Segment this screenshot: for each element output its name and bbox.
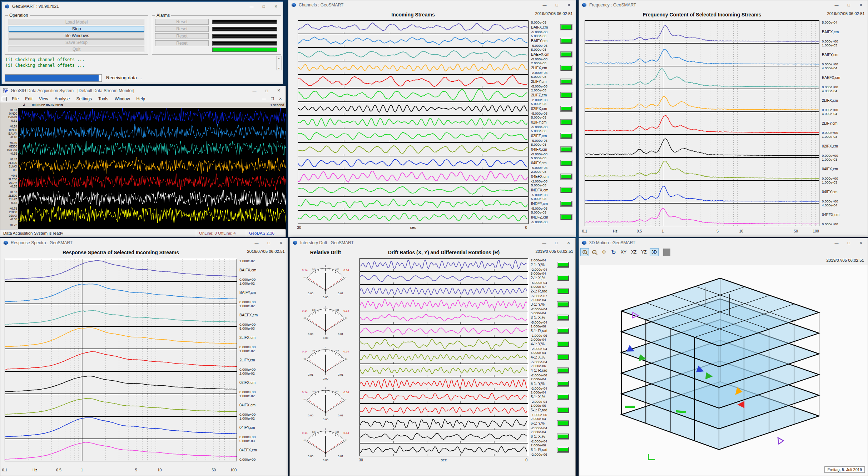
minimize-icon[interactable]: — (830, 239, 843, 247)
minimize-icon[interactable]: — (539, 1, 551, 9)
close-icon[interactable]: ✕ (563, 1, 575, 9)
maximize-icon[interactable]: □ (261, 87, 273, 94)
channel-status-led[interactable] (561, 215, 572, 220)
operation-group-label: Operation (8, 13, 30, 18)
minimize-icon[interactable]: — (245, 2, 258, 11)
operation-button-load-model[interactable]: Load Model (9, 19, 144, 25)
channel-status-led[interactable] (557, 302, 569, 307)
close-icon[interactable]: ✕ (275, 239, 287, 247)
alarm-reset-button[interactable]: Reset (155, 33, 209, 39)
scroll-up-icon[interactable]: ▲ (278, 57, 280, 59)
log-scrollbar[interactable]: ▲ ▼ (276, 56, 282, 70)
operation-button-stop[interactable]: Stop (9, 26, 144, 32)
response-x-axis: 0.1Hz0.5151050100 (5, 468, 237, 473)
channel-status-led[interactable] (561, 25, 572, 30)
channel-status-led[interactable] (557, 421, 569, 426)
trace-plot (298, 75, 529, 88)
close-icon[interactable]: ✕ (273, 87, 285, 94)
menu-item-file[interactable]: File (9, 96, 21, 102)
channel-status-led[interactable] (557, 394, 569, 400)
trace-labels: 5.000e-043-1: X,%-5.000e-04 (528, 311, 556, 324)
channel-status-led[interactable] (561, 160, 572, 166)
pan-hand-icon[interactable]: ✥ (600, 248, 608, 256)
channel-status-led[interactable] (557, 381, 569, 386)
menu-item-analyse[interactable]: Analyse (52, 96, 73, 102)
menu-item-window[interactable]: Window (112, 96, 133, 102)
view-yz-button[interactable]: YZ (639, 248, 648, 256)
channel-status-led[interactable] (557, 355, 569, 360)
menu-item-tools[interactable]: Tools (95, 96, 111, 102)
zoom-in-icon[interactable]: + (580, 248, 589, 256)
channel-status-led[interactable] (557, 289, 569, 294)
menu-item-settings[interactable]: Settings (74, 96, 95, 102)
child-min-icon[interactable]: — (260, 97, 268, 101)
channel-status-led[interactable] (561, 65, 572, 71)
child-restore-icon[interactable]: ❐ (269, 97, 276, 101)
maximize-icon[interactable]: □ (258, 2, 270, 11)
menu-item-help[interactable]: Help (134, 96, 148, 102)
child-close-icon[interactable]: ✕ (277, 97, 284, 101)
close-icon[interactable]: ✕ (270, 2, 282, 11)
channel-status-led[interactable] (557, 368, 569, 373)
view-3d-button[interactable]: 3D (650, 248, 659, 256)
minimize-icon[interactable]: — (251, 239, 263, 247)
channel-status-led[interactable] (561, 187, 572, 193)
maximize-icon[interactable]: □ (263, 239, 275, 247)
channel-status-led[interactable] (557, 434, 569, 439)
view-xz-button[interactable]: XZ (629, 248, 638, 256)
channel-status-led[interactable] (557, 315, 569, 320)
channel-status-led[interactable] (557, 341, 569, 347)
scroll-down-icon[interactable]: ▼ (278, 67, 280, 70)
rotate-icon[interactable]: ↻ (609, 248, 618, 256)
channel-status-led[interactable] (557, 328, 569, 334)
operation-button-save-setup[interactable]: Save Setup (9, 39, 144, 45)
channel-status-led[interactable] (557, 262, 569, 267)
trace-labels: 2.000e-042-1: Y,%-2.000e-04 (528, 258, 556, 271)
maximize-icon[interactable]: □ (843, 239, 855, 247)
motion-canvas[interactable] (580, 265, 868, 476)
channel-status-led[interactable] (557, 407, 569, 413)
channel-status-led[interactable] (561, 38, 572, 44)
channel-status-led[interactable] (561, 92, 572, 98)
channel-status-led[interactable] (561, 52, 572, 57)
minimize-icon[interactable]: — (830, 1, 843, 9)
channel-status-led[interactable] (561, 133, 572, 139)
channel-status-led[interactable] (561, 79, 572, 84)
channel-status-led[interactable] (561, 106, 572, 111)
channel-status-led[interactable] (561, 201, 572, 206)
channel-status-led[interactable] (561, 174, 572, 179)
trace-labels: 4.000e-042LIFX,cm0.000e+00 (819, 89, 862, 112)
das-title-bar[interactable]: GeoSIG Data Acquisition System - [Defaul… (0, 86, 286, 95)
close-icon[interactable]: ✕ (855, 1, 867, 9)
maximize-icon[interactable]: □ (550, 239, 562, 247)
operation-button-tile-windows[interactable]: Tile Windows (9, 32, 144, 39)
maximize-icon[interactable]: □ (843, 1, 855, 9)
close-icon[interactable]: ✕ (562, 239, 575, 247)
operation-button-quit[interactable]: Quit (9, 46, 144, 52)
alarm-reset-button[interactable]: Reset (155, 40, 209, 46)
minimize-icon[interactable]: — (248, 87, 261, 94)
menu-item-edit[interactable]: Edit (22, 96, 35, 102)
channels-title-bar[interactable]: Channels : GeoSMART — □ ✕ (288, 0, 576, 10)
frequency-title-bar[interactable]: Frequency : GeoSMART — □ ✕ (579, 0, 868, 10)
alarm-reset-button[interactable]: Reset (155, 26, 209, 32)
channels-rows: 5.000e-03BAIFX,cm-5.000e-035.000e-03BAIF… (298, 20, 574, 224)
close-icon[interactable]: ✕ (855, 239, 867, 247)
menu-item-view[interactable]: View (36, 96, 51, 102)
channel-status-led[interactable] (557, 447, 569, 452)
drift-title-bar[interactable]: Interstory Drift : GeoSMART — □ ✕ (290, 238, 575, 247)
view-xy-button[interactable]: XY (619, 248, 628, 256)
alarm-reset-button[interactable]: Reset (155, 19, 209, 25)
channel-status-led[interactable] (561, 147, 572, 152)
trace-labels: 5.000e-072-1: R,rad-5.000e-07 (528, 285, 556, 298)
main-title-bar[interactable]: GeoSMART : v0.90.r021 — □ ✕ (2, 2, 283, 11)
minimize-icon[interactable]: — (538, 239, 550, 247)
response-title-bar[interactable]: Response Spectra : GeoSMART — □ ✕ (0, 238, 288, 247)
color-swatch[interactable] (663, 249, 670, 256)
maximize-icon[interactable]: □ (551, 1, 563, 9)
channel-status-led[interactable] (557, 275, 569, 281)
gauge-value-center: 0.00 (323, 296, 328, 299)
channel-status-led[interactable] (561, 120, 572, 125)
motion-title-bar[interactable]: 3D Motion : GeoSMART — □ ✕ (579, 238, 868, 247)
zoom-out-icon[interactable]: − (590, 248, 599, 256)
